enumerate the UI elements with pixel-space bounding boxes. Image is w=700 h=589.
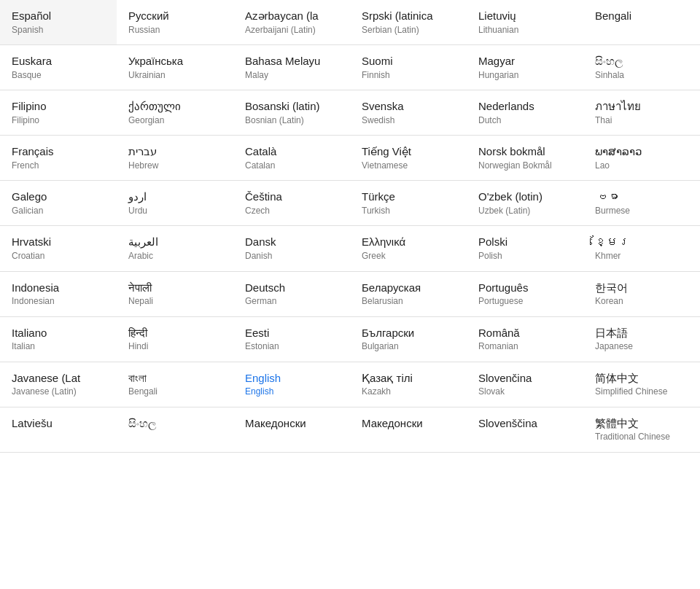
language-item[interactable]: HrvatskiCroatian — [0, 226, 117, 271]
language-item[interactable]: Javanese (LatJavanese (Latin) — [0, 362, 117, 407]
language-native-name: हिन्दी — [128, 326, 222, 340]
language-item[interactable]: العربيةArabic — [117, 226, 233, 271]
language-item[interactable]: FrançaisFrench — [0, 136, 117, 181]
language-item[interactable]: සිංහල — [117, 407, 233, 453]
language-item[interactable]: 한국어Korean — [583, 272, 700, 317]
language-native-name: 简体中文 — [595, 371, 688, 386]
language-item[interactable]: Azərbaycan (laAzerbaijani (Latin) — [233, 0, 350, 45]
language-native-name: ខ្មែរ — [595, 235, 688, 249]
language-item[interactable]: FilipinoFilipino — [0, 90, 117, 136]
language-english-name: Slovak — [478, 386, 572, 398]
language-item[interactable]: SvenskaSwedish — [350, 90, 467, 136]
language-item[interactable]: БългарскиBulgarian — [350, 317, 467, 362]
language-english-name: Czech — [245, 206, 338, 217]
language-item[interactable]: DeutschGerman — [233, 272, 350, 317]
language-native-name: Français — [12, 144, 105, 159]
language-item[interactable]: Bengali — [583, 0, 700, 45]
language-item[interactable]: EnglishEnglish — [233, 362, 350, 407]
language-item[interactable]: ItalianoItalian — [0, 317, 117, 362]
language-english-name: Bosnian (Latin) — [245, 115, 338, 127]
language-native-name: Қазақ тілі — [362, 371, 455, 386]
language-native-name: Svenska — [362, 99, 455, 114]
language-native-name: Deutsch — [245, 281, 338, 295]
language-native-name: සිංහල — [128, 416, 222, 431]
language-english-name: Bengali — [128, 386, 222, 398]
language-english-name: Polish — [478, 251, 572, 262]
language-english-name: Dutch — [478, 115, 572, 127]
language-native-name: Čeština — [245, 190, 338, 204]
language-native-name: Português — [478, 281, 572, 295]
language-native-name: Bosanski (latin) — [245, 99, 338, 114]
language-item[interactable]: नेपालीNepali — [117, 272, 233, 317]
language-native-name: اردو — [128, 190, 222, 204]
language-item[interactable]: TürkçeTurkish — [350, 181, 467, 226]
language-item[interactable]: GalegoGalician — [0, 181, 117, 226]
language-english-name: Galician — [12, 206, 105, 217]
language-native-name: Lietuvių — [478, 9, 572, 23]
language-item[interactable]: EuskaraBasque — [0, 45, 117, 90]
language-item[interactable]: MagyarHungarian — [467, 45, 583, 90]
language-item[interactable]: 日本語Japanese — [583, 317, 700, 362]
language-item[interactable]: 简体中文Simplified Chinese — [583, 362, 700, 407]
language-item[interactable]: Қазақ тіліKazakh — [350, 362, 467, 407]
language-item[interactable]: ქართულიGeorgian — [117, 90, 233, 136]
language-item[interactable]: PortuguêsPortuguese — [467, 272, 583, 317]
language-native-name: Bahasa Melayu — [245, 54, 338, 69]
language-item[interactable]: SlovenčinaSlovak — [467, 362, 583, 407]
language-item[interactable]: සිංහලSinhala — [583, 45, 700, 90]
language-english-name: Uzbek (Latin) — [478, 206, 572, 217]
language-item[interactable]: IndonesiaIndonesian — [0, 272, 117, 317]
language-item[interactable]: NederlandsDutch — [467, 90, 583, 136]
language-english-name: Serbian (Latin) — [362, 25, 455, 36]
language-english-name: Spanish — [12, 25, 105, 36]
language-item[interactable]: EestiEstonian — [233, 317, 350, 362]
language-item[interactable]: Latviešu — [0, 407, 117, 453]
language-native-name: Ελληνικά — [362, 235, 455, 249]
language-item[interactable]: ພາສາລາວLao — [583, 136, 700, 181]
language-item[interactable]: Srpski (latinicaSerbian (Latin) — [350, 0, 467, 45]
language-english-name: Malay — [245, 70, 338, 82]
language-native-name: ქართული — [128, 99, 222, 114]
language-item[interactable]: Slovenščina — [467, 407, 583, 453]
language-item[interactable]: ဗမာBurmese — [583, 181, 700, 226]
language-item[interactable]: УкраїнськаUkrainian — [117, 45, 233, 90]
language-item[interactable]: O'zbek (lotin)Uzbek (Latin) — [467, 181, 583, 226]
language-native-name: Galego — [12, 190, 105, 204]
language-item[interactable]: LietuviųLithuanian — [467, 0, 583, 45]
language-item[interactable]: SuomiFinnish — [350, 45, 467, 90]
language-english-name: Danish — [245, 251, 338, 262]
language-item[interactable]: Македонски — [350, 407, 467, 453]
language-english-name: Lithuanian — [478, 25, 572, 36]
language-item[interactable]: БеларускаяBelarusian — [350, 272, 467, 317]
language-item[interactable]: Norsk bokmålNorwegian Bokmål — [467, 136, 583, 181]
language-native-name: Latviešu — [12, 416, 105, 431]
language-item[interactable]: ภาษาไทยThai — [583, 90, 700, 136]
language-item[interactable]: ខ្មែរKhmer — [583, 226, 700, 271]
language-english-name: Vietnamese — [362, 160, 455, 172]
language-native-name: ພາສາລາວ — [595, 144, 688, 159]
language-item[interactable]: Македонски — [233, 407, 350, 453]
language-native-name: Македонски — [362, 416, 455, 431]
language-item[interactable]: עבריתHebrew — [117, 136, 233, 181]
language-english-name: Hebrew — [128, 160, 222, 172]
language-item[interactable]: EspañolSpanish — [0, 0, 117, 45]
language-native-name: Suomi — [362, 54, 455, 69]
language-item[interactable]: Tiếng ViệtVietnamese — [350, 136, 467, 181]
language-english-name: Japanese — [595, 341, 688, 353]
language-item[interactable]: বাংলাBengali — [117, 362, 233, 407]
language-item[interactable]: 繁體中文Traditional Chinese — [583, 407, 700, 453]
language-item[interactable]: CatalàCatalan — [233, 136, 350, 181]
language-item[interactable]: ΕλληνικάGreek — [350, 226, 467, 271]
language-item[interactable]: DanskDanish — [233, 226, 350, 271]
language-item[interactable]: हिन्दीHindi — [117, 317, 233, 362]
language-item[interactable]: Bosanski (latin)Bosnian (Latin) — [233, 90, 350, 136]
language-item[interactable]: ČeštinaCzech — [233, 181, 350, 226]
language-native-name: Македонски — [245, 416, 338, 431]
language-item[interactable]: RomânăRomanian — [467, 317, 583, 362]
language-item[interactable]: РусскийRussian — [117, 0, 233, 45]
language-native-name: Norsk bokmål — [478, 144, 572, 159]
language-item[interactable]: PolskiPolish — [467, 226, 583, 271]
language-item[interactable]: اردوUrdu — [117, 181, 233, 226]
language-item[interactable]: Bahasa MelayuMalay — [233, 45, 350, 90]
language-english-name: English — [245, 386, 338, 398]
